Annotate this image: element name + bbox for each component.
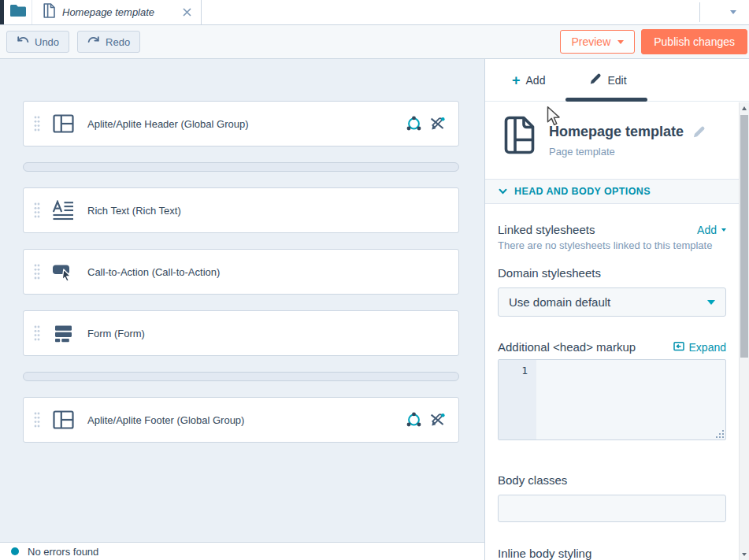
template-canvas: Aplite/Aplite Header (Global Group) Rich… <box>0 59 484 560</box>
add-stylesheet-dropdown[interactable]: Add <box>697 224 726 236</box>
layout-icon <box>52 114 74 133</box>
publish-changes-button[interactable]: Publish changes <box>641 29 747 54</box>
inspector-body: Homepage template Page template HEAD AND… <box>485 102 739 560</box>
preview-button[interactable]: Preview <box>560 30 635 54</box>
form-icon <box>52 324 74 343</box>
body-classes-label: Body classes <box>498 473 726 487</box>
tabbar-divider <box>699 2 700 22</box>
tab-title: Homepage template <box>62 6 173 18</box>
redo-label: Redo <box>106 36 130 48</box>
toolbar: Undo Redo Preview Publish changes <box>0 25 749 59</box>
scroll-down-arrow[interactable] <box>740 549 749 560</box>
undo-label: Undo <box>35 36 59 48</box>
tab-add[interactable]: + Add <box>512 73 545 87</box>
active-tab-indicator <box>565 98 647 102</box>
tab-overflow-menu[interactable] <box>723 0 743 24</box>
body-classes-input[interactable] <box>498 495 726 522</box>
module-label: Aplite/Aplite Header (Global Group) <box>87 118 406 130</box>
redo-button[interactable]: Redo <box>77 31 140 53</box>
tab-bar: Homepage template <box>0 0 749 25</box>
select-value: Use domain default <box>509 295 610 309</box>
module-card[interactable]: Rich Text (Rich Text) <box>23 187 459 233</box>
expand-editor-button[interactable]: Expand <box>673 341 726 354</box>
chevron-down-icon <box>707 300 715 305</box>
drag-handle-icon[interactable] <box>34 202 40 218</box>
head-markup-editor[interactable]: 1 <box>498 359 726 440</box>
finder-tab[interactable] <box>4 0 32 24</box>
module-card[interactable]: Call-to-Action (Call-to-Action) <box>23 249 459 295</box>
module-label: Rich Text (Rich Text) <box>87 205 446 217</box>
module-card[interactable]: Form (Form) <box>23 310 459 356</box>
no-edit-icon[interactable] <box>429 412 446 428</box>
dropzone-divider <box>23 162 459 172</box>
tab-edit-label: Edit <box>607 74 626 87</box>
publish-label: Publish changes <box>654 35 735 48</box>
template-header: Homepage template Page template <box>485 102 739 179</box>
dropzone-divider <box>23 372 459 381</box>
module-list: Aplite/Aplite Header (Global Group) Rich… <box>0 59 484 443</box>
drag-handle-icon[interactable] <box>34 116 40 132</box>
domain-stylesheets-label: Domain stylesheets <box>498 266 726 280</box>
inspector-tabs: + Add Edit <box>485 59 749 102</box>
global-group-icon[interactable] <box>406 116 422 132</box>
global-group-icon[interactable] <box>406 412 422 428</box>
domain-stylesheets-select[interactable]: Use domain default <box>498 287 726 317</box>
inspector-panel: + Add Edit Homepage template <box>484 59 749 560</box>
linked-stylesheets-label: Linked stylesheets <box>498 223 595 236</box>
resize-grip[interactable] <box>715 429 724 438</box>
module-label: Form (Form) <box>87 328 446 339</box>
template-title: Homepage template <box>549 124 684 140</box>
tab-edit[interactable]: Edit <box>589 72 626 87</box>
page-icon <box>43 3 55 21</box>
status-text: No errors found <box>28 546 98 558</box>
section-title: HEAD AND BODY OPTIONS <box>514 186 651 197</box>
line-number: 1 <box>499 360 536 439</box>
cta-icon <box>52 262 74 282</box>
chevron-down-icon <box>721 228 726 232</box>
drag-handle-icon[interactable] <box>34 325 40 341</box>
scrollbar-thumb[interactable] <box>740 115 748 358</box>
scrollbar[interactable] <box>739 102 749 560</box>
redo-icon <box>87 35 100 48</box>
undo-icon <box>17 35 29 48</box>
close-icon[interactable] <box>180 6 193 19</box>
template-subtitle: Page template <box>549 146 706 158</box>
template-icon <box>502 115 536 179</box>
add-link-label: Add <box>697 224 717 236</box>
no-stylesheets-text: There are no stylesheets linked to this … <box>498 239 726 251</box>
rich-text-icon <box>52 200 74 221</box>
pencil-icon <box>589 72 602 87</box>
rename-pencil-icon[interactable] <box>692 125 706 139</box>
undo-button[interactable]: Undo <box>6 31 69 53</box>
module-card[interactable]: Aplite/Aplite Footer (Global Group) <box>23 397 459 443</box>
design-manager-app: Homepage template Undo Redo Preview Publ… <box>0 0 749 560</box>
scroll-up-arrow[interactable] <box>740 102 749 113</box>
inline-body-styling-label: Inline body styling <box>498 547 726 560</box>
tab-add-label: Add <box>526 74 546 87</box>
preview-label: Preview <box>571 35 610 48</box>
tab-homepage-template[interactable]: Homepage template <box>32 0 202 24</box>
module-label: Call-to-Action (Call-to-Action) <box>87 266 446 278</box>
module-card[interactable]: Aplite/Aplite Header (Global Group) <box>23 101 459 146</box>
module-label: Aplite/Aplite Footer (Global Group) <box>87 414 406 426</box>
expand-icon <box>673 341 684 354</box>
chevron-down-icon <box>499 188 507 195</box>
head-markup-label: Additional <head> markup <box>498 340 636 354</box>
layout-icon <box>52 410 74 429</box>
status-ok-icon <box>11 547 19 555</box>
drag-handle-icon[interactable] <box>34 412 40 428</box>
drag-handle-icon[interactable] <box>34 264 40 280</box>
chevron-down-icon <box>617 40 624 44</box>
plus-icon: + <box>512 73 521 87</box>
section-head-body-options[interactable]: HEAD AND BODY OPTIONS <box>485 179 739 204</box>
no-edit-icon[interactable] <box>429 116 446 132</box>
status-bar: No errors found <box>0 542 484 560</box>
chevron-down-icon <box>730 10 736 14</box>
code-area[interactable] <box>536 360 725 439</box>
expand-label: Expand <box>689 341 726 354</box>
folder-icon <box>9 4 27 20</box>
